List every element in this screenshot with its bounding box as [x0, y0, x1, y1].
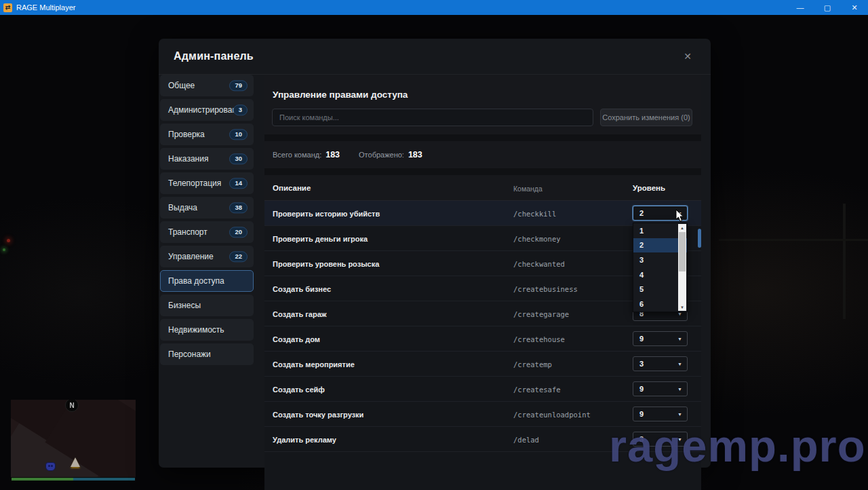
sidebar-item-label: Управление [168, 252, 214, 261]
section-title: Управление правами доступа [273, 90, 408, 100]
command-name: /createmp [513, 360, 552, 369]
traffic-light-red [7, 239, 10, 242]
level-select[interactable]: 3 ▼ [633, 356, 688, 371]
table-row: Создать сейф /createsafe 9 ▼ [264, 377, 701, 402]
chevron-down-icon: ▼ [677, 412, 682, 417]
stat-value: 183 [408, 150, 422, 159]
header-command: Команда [513, 185, 542, 193]
level-value: 2 [639, 209, 644, 217]
minimize-button[interactable]: — [787, 0, 814, 15]
search-input[interactable] [272, 109, 593, 126]
count-badge: 10 [229, 129, 248, 140]
command-name: /checkwanted [513, 260, 565, 268]
sidebar-item-label: Наказания [168, 154, 208, 164]
fence-rail [719, 239, 868, 241]
admin-panel: Админ-панель ✕ Общее 79 Администрировани… [159, 39, 711, 468]
stat-label: Всего команд: [273, 151, 321, 159]
command-description: Создать бизнес [273, 285, 331, 293]
table-scrollbar-thumb[interactable] [698, 229, 701, 248]
sidebar-item-vydacha[interactable]: Выдача 38 [160, 197, 254, 219]
total-commands-stat: Всего команд: 183 [273, 150, 340, 159]
chevron-down-icon: ▼ [677, 312, 682, 316]
sidebar-item-label: Недвижимость [168, 325, 224, 335]
chevron-down-icon: ▼ [677, 362, 682, 366]
sidebar-item-biznesy[interactable]: Бизнесы [160, 295, 254, 316]
dropdown-scrollbar[interactable]: ▲ ▼ [678, 224, 686, 311]
count-badge: 38 [229, 202, 248, 213]
panel-header: Админ-панель ✕ [159, 39, 711, 75]
game-screen: ⇄ RAGE Multiplayer — ▢ ✕ N Админ-панель … [0, 0, 868, 490]
permissions-header-block: Управление правами доступа Сохранить изм… [264, 75, 701, 134]
command-name: /createbusiness [513, 285, 578, 293]
armor-bar [73, 478, 135, 480]
sidebar-item-proverka[interactable]: Проверка 10 [160, 124, 254, 145]
header-description: Описание [273, 184, 311, 192]
count-badge: 20 [229, 227, 248, 238]
table-row: Создать мероприятие /createmp 3 ▼ [264, 352, 701, 377]
maximize-button[interactable]: ▢ [814, 0, 841, 15]
command-description: Проверить уровень розыска [273, 260, 379, 268]
command-name: /createunloadpoint [513, 411, 591, 419]
hud-status-bars [11, 477, 136, 481]
command-name: /createhouse [513, 335, 565, 343]
sidebar-item-prava-dostupa[interactable]: Права доступа [160, 270, 254, 292]
sidebar-item-label: Выдача [168, 203, 197, 212]
window-controls: — ▢ ✕ [787, 0, 868, 15]
command-name: /delad [513, 436, 539, 444]
close-window-button[interactable]: ✕ [841, 0, 868, 15]
header-level: Уровень [633, 184, 665, 192]
level-select[interactable]: 9 ▼ [633, 381, 688, 396]
level-select[interactable]: 9 ▼ [633, 331, 688, 346]
sidebar-item-label: Персонажи [168, 350, 211, 359]
save-changes-button[interactable]: Сохранить изменения (0) [600, 109, 692, 126]
count-badge: 30 [229, 153, 248, 164]
health-bar [12, 478, 73, 480]
command-name: /createsafe [513, 385, 561, 394]
scroll-down-icon[interactable]: ▼ [678, 303, 686, 311]
sidebar-item-label: Транспорт [168, 227, 208, 237]
fence-pole [843, 204, 846, 319]
close-panel-icon[interactable]: ✕ [681, 50, 694, 63]
sidebar-item-transport[interactable]: Транспорт 20 [160, 221, 254, 243]
window-title: RAGE Multiplayer [16, 3, 75, 12]
command-description: Удалить рекламу [273, 436, 336, 444]
sidebar-item-label: Права доступа [168, 276, 224, 286]
sidebar-item-obshchee[interactable]: Общее 79 [160, 75, 254, 96]
stat-value: 183 [326, 150, 340, 159]
stats-bar: Всего команд: 183 Отображено: 183 [264, 141, 701, 168]
panel-title: Админ-панель [174, 50, 254, 62]
chevron-down-icon: ▼ [677, 337, 682, 341]
sidebar-item-administrirovanie[interactable]: Администрирование 3 [160, 99, 254, 121]
sidebar-item-label: Телепортация [168, 178, 221, 188]
count-badge: 14 [229, 178, 248, 189]
sidebar-item-personazhi[interactable]: Персонажи [160, 343, 254, 365]
command-description: Создать дом [273, 335, 320, 343]
sidebar-item-label: Общее [168, 81, 195, 90]
mouse-cursor [675, 209, 686, 225]
level-value: 9 [639, 335, 644, 343]
count-badge: 22 [229, 251, 248, 262]
mask-blip-icon [45, 462, 56, 471]
level-dropdown-list: 1 2 3 4 5 6 ▲ ▼ [633, 223, 688, 312]
table-header: Описание Команда Уровень [264, 175, 701, 201]
dropdown-scrollbar-thumb[interactable] [679, 232, 686, 271]
minimap: N [11, 400, 136, 477]
table-row: Создать дом /createhouse 9 ▼ [264, 326, 701, 352]
level-value: 3 [639, 360, 644, 368]
player-arrow-icon [71, 457, 80, 467]
command-description: Проверить историю убийств [273, 210, 380, 218]
count-badge: 3 [233, 105, 248, 115]
shown-commands-stat: Отображено: 183 [359, 150, 422, 159]
sidebar-item-teleportaciya[interactable]: Телепортация 14 [160, 172, 254, 194]
command-description: Создать точку разгрузки [273, 411, 363, 419]
command-description: Создать гараж [273, 310, 327, 318]
sidebar: Общее 79 Администрирование 3 Проверка 10… [160, 75, 254, 368]
sidebar-item-nakazaniya[interactable]: Наказания 30 [160, 148, 254, 170]
window-titlebar: ⇄ RAGE Multiplayer — ▢ ✕ [0, 0, 868, 15]
sidebar-item-nedvizhimost[interactable]: Недвижимость [160, 319, 254, 341]
command-description: Создать мероприятие [273, 360, 355, 369]
sidebar-item-upravlenie[interactable]: Управление 22 [160, 246, 254, 267]
stat-label: Отображено: [359, 151, 404, 159]
command-description: Проверить деньги игрока [273, 235, 368, 243]
command-name: /creategarage [513, 310, 569, 318]
